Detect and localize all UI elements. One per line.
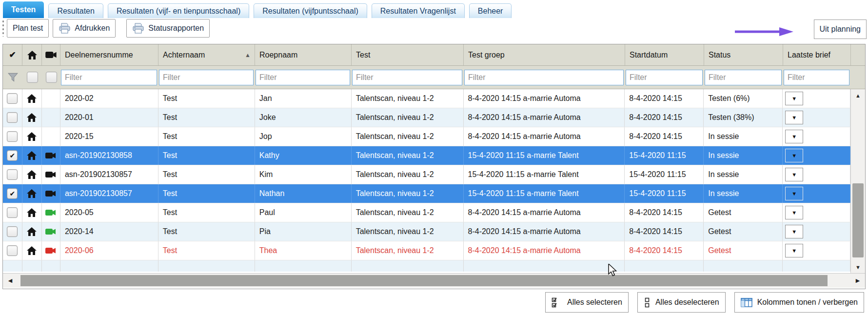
- row-checkbox[interactable]: [7, 131, 18, 142]
- row-camera-cell: [42, 222, 60, 241]
- filter-input-achternaam[interactable]: [159, 70, 254, 85]
- row-checkbox[interactable]: [7, 207, 18, 218]
- camera-icon: [45, 51, 57, 59]
- row-home-cell: [22, 241, 42, 260]
- toolbar-grip-handle[interactable]: [2, 20, 5, 37]
- cell-roepnaam: Paul: [255, 203, 352, 222]
- cell-laatstebrief: ▼: [783, 165, 850, 184]
- filter-input-roepnaam[interactable]: [256, 70, 350, 85]
- deselect-all-button[interactable]: Alles deselecteren: [637, 292, 726, 313]
- table-row[interactable]: 2020-15TestJopTalentscan, niveau 1-28-4-…: [3, 127, 850, 146]
- column-header-camera[interactable]: [42, 44, 60, 65]
- filter-funnel-cell[interactable]: [3, 73, 22, 82]
- table-row[interactable]: 2020-06TestTheaTalentscan, niveau 1-28-4…: [3, 241, 850, 260]
- scroll-right-button[interactable]: ▶: [850, 274, 865, 288]
- row-checkbox[interactable]: [7, 169, 18, 180]
- row-checkbox[interactable]: ✔: [7, 150, 18, 161]
- camera-icon: [45, 228, 56, 235]
- filter-input-status[interactable]: [705, 70, 782, 85]
- column-header-status[interactable]: Status: [704, 44, 783, 65]
- dropdown-arrow-icon: ▼: [791, 229, 797, 235]
- deselect-all-icon: [644, 297, 651, 308]
- tab-resultaten[interactable]: Resultaten: [48, 3, 103, 18]
- statusrapporten-button[interactable]: Statusrapporten: [126, 19, 210, 38]
- laatste-brief-dropdown[interactable]: ▼: [785, 111, 803, 124]
- laatste-brief-dropdown[interactable]: ▼: [785, 130, 803, 143]
- tab-resultaten-vragenlijst[interactable]: Resultaten Vragenlijst: [372, 3, 465, 18]
- laatste-brief-dropdown[interactable]: ▼: [785, 187, 803, 200]
- laatste-brief-dropdown[interactable]: ▼: [785, 225, 803, 238]
- tab-resultaten-vijf-en-tienpuntsschaal[interactable]: Resultaten (vijf- en tienpuntsschaal): [108, 3, 249, 18]
- column-header-startdatum[interactable]: Startdatum: [625, 44, 704, 65]
- horizontal-scrollbar[interactable]: ◀ ▶: [3, 273, 865, 288]
- camera-icon: [45, 152, 56, 159]
- column-header-testgroep[interactable]: Test groep: [464, 44, 625, 65]
- cell-achternaam: Test: [158, 222, 255, 241]
- cell-testgroep: 8-4-2020 14:15 a-marrie Automa: [464, 241, 625, 260]
- table-row[interactable]: 2020-14TestPiaTalentscan, niveau 1-28-4-…: [3, 222, 850, 241]
- table-row[interactable]: 2020-01TestJokeTalentscan, niveau 1-28-4…: [3, 108, 850, 127]
- toggle-columns-button[interactable]: Kolommen tonen / verbergen: [734, 292, 864, 313]
- row-checkbox[interactable]: ✔: [7, 188, 18, 199]
- cell-roepnaam: Jop: [255, 127, 352, 146]
- afdrukken-button[interactable]: Afdrukken: [53, 19, 116, 38]
- column-header-home[interactable]: [22, 44, 42, 65]
- toolbar: Plan test Afdrukken Statusrapporten: [2, 19, 214, 38]
- filter-input-laatstebrief[interactable]: [784, 70, 849, 85]
- cell-roepnaam: Jan: [255, 89, 352, 108]
- cell-achternaam: Test: [158, 127, 255, 146]
- cell-test: Talentscan, niveau 1-2: [352, 89, 464, 108]
- row-checkbox[interactable]: [7, 93, 18, 104]
- scroll-left-button[interactable]: ◀: [3, 274, 18, 288]
- table-row[interactable]: ✔asn-201902130857TestNathanTalentscan, n…: [3, 184, 850, 203]
- camera-icon: [45, 190, 56, 197]
- column-header-test[interactable]: Test: [352, 44, 464, 65]
- row-checkbox[interactable]: [7, 245, 18, 256]
- home-icon: [27, 94, 37, 103]
- select-all-button[interactable]: Alles selecteren: [545, 292, 629, 313]
- table-row[interactable]: asn-201902130857TestKimTalentscan, nivea…: [3, 165, 850, 184]
- row-camera-cell: [42, 184, 60, 203]
- tab-resultaten-vijfpuntsschaal[interactable]: Resultaten (vijfpuntsschaal): [254, 3, 367, 18]
- scroll-up-button[interactable]: ▲: [851, 89, 865, 101]
- table-row[interactable]: ✔asn-201902130858TestKathyTalentscan, ni…: [3, 146, 850, 165]
- laatste-brief-dropdown[interactable]: ▼: [785, 149, 803, 162]
- vertical-scroll-thumb[interactable]: [852, 183, 864, 257]
- filter-input-test[interactable]: [352, 70, 462, 85]
- tab-testen[interactable]: Testen: [3, 1, 44, 18]
- column-label: Laatste brief: [788, 51, 830, 59]
- horizontal-scroll-thumb[interactable]: [20, 275, 828, 286]
- laatste-brief-dropdown[interactable]: ▼: [785, 244, 803, 257]
- laatste-brief-dropdown[interactable]: ▼: [785, 92, 803, 105]
- column-header-roepnaam[interactable]: Roepnaam: [255, 44, 352, 65]
- cell-laatstebrief: ▼: [783, 127, 850, 146]
- camera-icon: [45, 171, 56, 178]
- uit-planning-button[interactable]: Uit planning: [814, 20, 867, 39]
- column-header-laatstebrief[interactable]: Laatste brief: [783, 44, 851, 65]
- cell-status: In sessie: [704, 146, 783, 165]
- cell-deelnemersnummer: asn-201902130857: [60, 184, 158, 203]
- filter-camera-checkbox-cell: [42, 72, 60, 83]
- camera-filter-checkbox[interactable]: [46, 72, 57, 83]
- plan-test-button[interactable]: Plan test: [7, 19, 49, 38]
- filter-cell-laatstebrief: [783, 70, 851, 85]
- filter-input-deelnemersnummer[interactable]: [61, 70, 157, 85]
- row-camera-cell: [42, 260, 60, 272]
- filter-input-testgroep[interactable]: [464, 70, 624, 85]
- row-home-cell: [22, 203, 42, 222]
- table-row[interactable]: 2020-05TestPaulTalentscan, niveau 1-28-4…: [3, 203, 850, 222]
- laatste-brief-dropdown[interactable]: ▼: [785, 206, 803, 219]
- row-checkbox[interactable]: [7, 112, 18, 123]
- scroll-down-button[interactable]: ▼: [851, 261, 865, 273]
- laatste-brief-dropdown[interactable]: ▼: [785, 168, 803, 181]
- filter-input-startdatum[interactable]: [626, 70, 703, 85]
- filter-cell-testgroep: [464, 70, 625, 85]
- column-header-deelnemersnummer[interactable]: Deelnemersnumme: [60, 44, 158, 65]
- row-checkbox[interactable]: [7, 226, 18, 237]
- tab-beheer[interactable]: Beheer: [469, 3, 512, 18]
- table-row[interactable]: 2020-02TestJanTalentscan, niveau 1-28-4-…: [3, 89, 850, 108]
- column-header-achternaam[interactable]: Achternaam▲: [158, 44, 255, 65]
- home-filter-checkbox[interactable]: [27, 72, 38, 83]
- vertical-scrollbar[interactable]: ▲ ▼: [850, 89, 865, 273]
- column-header-select[interactable]: ✔: [3, 44, 22, 65]
